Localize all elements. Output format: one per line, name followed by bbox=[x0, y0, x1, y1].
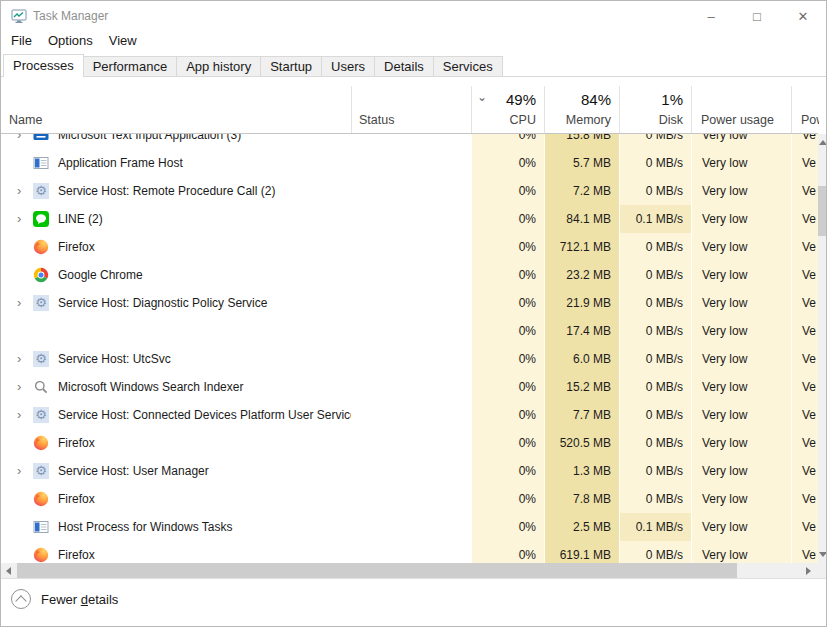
gear-icon: ⚙ bbox=[33, 407, 49, 423]
disk-cell: 0.1 MB/s bbox=[619, 205, 691, 233]
status-cell bbox=[351, 261, 471, 289]
horizontal-scrollbar[interactable] bbox=[1, 563, 818, 578]
cpu-cell: 0% bbox=[471, 261, 544, 289]
memory-cell: 6.0 MB bbox=[544, 345, 619, 373]
expand-chevron-icon[interactable]: › bbox=[17, 457, 33, 485]
cpu-cell: 0% bbox=[471, 485, 544, 513]
process-name-cell: Firefox bbox=[1, 233, 351, 261]
tab-users[interactable]: Users bbox=[322, 56, 375, 77]
process-row[interactable]: ›Microsoft Text Input Application (3)0%1… bbox=[1, 134, 818, 149]
tab-performance[interactable]: Performance bbox=[84, 56, 177, 77]
expand-chevron-icon[interactable]: › bbox=[17, 134, 33, 149]
tab-processes[interactable]: Processes bbox=[3, 54, 84, 77]
tab-app-history[interactable]: App history bbox=[177, 56, 261, 77]
vertical-scrollbar[interactable] bbox=[818, 134, 827, 563]
scroll-up-arrow-icon[interactable] bbox=[818, 134, 827, 151]
process-row[interactable]: 0%17.4 MB0 MB/sVery lowVe bbox=[1, 317, 818, 345]
power-usage-trend-cell: Ve bbox=[791, 513, 818, 541]
maximize-button[interactable]: □ bbox=[734, 1, 780, 31]
power-usage-cell: Very low bbox=[691, 289, 791, 317]
menu-file[interactable]: File bbox=[3, 31, 40, 50]
process-row[interactable]: ›Microsoft Windows Search Indexer0%15.2 … bbox=[1, 373, 818, 401]
expand-chevron-icon[interactable]: › bbox=[17, 345, 33, 373]
power-usage-trend-cell: Ve bbox=[791, 149, 818, 177]
column-header-cpu[interactable]: 49% CPU bbox=[471, 84, 544, 133]
column-header-memory[interactable]: 84% Memory bbox=[544, 84, 619, 133]
process-name: Microsoft Windows Search Indexer bbox=[58, 380, 243, 394]
process-row[interactable]: ›⚙Service Host: Connected Devices Platfo… bbox=[1, 401, 818, 429]
gear-icon: ⚙ bbox=[33, 295, 49, 311]
vertical-scrollbar-thumb[interactable] bbox=[818, 186, 827, 236]
disk-cell: 0 MB/s bbox=[619, 134, 691, 149]
power-usage-trend-cell: Ve bbox=[791, 233, 818, 261]
column-header-power-usage-trend[interactable]: Powe bbox=[791, 84, 819, 133]
power-usage-cell: Very low bbox=[691, 177, 791, 205]
process-row[interactable]: Google Chrome0%23.2 MB0 MB/sVery lowVe bbox=[1, 261, 818, 289]
menu-view[interactable]: View bbox=[101, 31, 145, 50]
process-row[interactable]: Application Frame Host0%5.7 MB0 MB/sVery… bbox=[1, 149, 818, 177]
power-usage-trend-label: Powe bbox=[801, 113, 819, 127]
process-row[interactable]: ›⚙Service Host: Diagnostic Policy Servic… bbox=[1, 289, 818, 317]
minimize-button[interactable]: – bbox=[688, 1, 734, 31]
scroll-right-arrow-icon[interactable] bbox=[801, 563, 816, 578]
status-cell bbox=[351, 541, 471, 563]
expand-chevron-icon[interactable]: › bbox=[17, 373, 33, 401]
column-header-row: Name Status ⌄ 49% CPU 84% Memory 1% Disk… bbox=[1, 84, 818, 134]
power-usage-cell: Very low bbox=[691, 373, 791, 401]
memory-cell: 21.9 MB bbox=[544, 289, 619, 317]
cpu-total-percent: 49% bbox=[506, 91, 536, 108]
scroll-left-arrow-icon[interactable] bbox=[1, 563, 16, 578]
gear-icon: ⚙ bbox=[33, 351, 49, 367]
status-cell bbox=[351, 513, 471, 541]
cpu-cell: 0% bbox=[471, 177, 544, 205]
scroll-down-arrow-icon[interactable] bbox=[818, 546, 827, 563]
process-name-cell: Google Chrome bbox=[1, 261, 351, 289]
column-header-name[interactable]: Name bbox=[9, 113, 42, 127]
fewer-details-toggle[interactable]: Fewer details bbox=[11, 586, 118, 612]
status-cell bbox=[351, 177, 471, 205]
tab-services[interactable]: Services bbox=[434, 56, 503, 77]
column-header-disk[interactable]: 1% Disk bbox=[619, 84, 691, 133]
power-usage-cell: Very low bbox=[691, 233, 791, 261]
disk-cell: 0 MB/s bbox=[619, 401, 691, 429]
cpu-cell: 0% bbox=[471, 317, 544, 345]
power-usage-trend-cell: Ve bbox=[791, 289, 818, 317]
status-cell bbox=[351, 149, 471, 177]
disk-cell: 0 MB/s bbox=[619, 149, 691, 177]
expand-chevron-icon[interactable]: › bbox=[17, 205, 33, 233]
column-header-power-usage[interactable]: Power usage bbox=[691, 84, 791, 133]
process-row[interactable]: Host Process for Windows Tasks0%2.5 MB0.… bbox=[1, 513, 818, 541]
menu-options[interactable]: Options bbox=[40, 31, 101, 50]
power-usage-cell: Very low bbox=[691, 317, 791, 345]
tab-details[interactable]: Details bbox=[375, 56, 434, 77]
process-row[interactable]: Firefox0%520.5 MB0 MB/sVery lowVe bbox=[1, 429, 818, 457]
close-button[interactable]: ✕ bbox=[780, 1, 826, 31]
column-header-status[interactable]: Status bbox=[359, 113, 394, 127]
disk-cell: 0 MB/s bbox=[619, 233, 691, 261]
process-row[interactable]: Firefox0%7.8 MB0 MB/sVery lowVe bbox=[1, 485, 818, 513]
chrome-icon bbox=[33, 267, 49, 283]
process-name-cell: Application Frame Host bbox=[1, 149, 351, 177]
process-row[interactable]: ›⚙Service Host: Remote Procedure Call (2… bbox=[1, 177, 818, 205]
process-row[interactable]: ›⚙Service Host: User Manager0%1.3 MB0 MB… bbox=[1, 457, 818, 485]
memory-cell: 520.5 MB bbox=[544, 429, 619, 457]
expand-chevron-icon[interactable]: › bbox=[17, 177, 33, 205]
expand-chevron-icon[interactable]: › bbox=[17, 401, 33, 429]
process-name: Firefox bbox=[58, 492, 95, 506]
memory-cell: 15.2 MB bbox=[544, 373, 619, 401]
power-usage-cell: Very low bbox=[691, 134, 791, 149]
process-row[interactable]: ›LINE (2)0%84.1 MB0.1 MB/sVery lowVe bbox=[1, 205, 818, 233]
power-usage-trend-cell: Ve bbox=[791, 429, 818, 457]
expand-chevron-icon[interactable]: › bbox=[17, 289, 33, 317]
disk-label: Disk bbox=[659, 113, 683, 127]
keyboard-icon bbox=[33, 134, 49, 143]
disk-cell: 0.1 MB/s bbox=[619, 513, 691, 541]
process-row[interactable]: ›⚙Service Host: UtcSvc0%6.0 MB0 MB/sVery… bbox=[1, 345, 818, 373]
tab-startup[interactable]: Startup bbox=[261, 56, 322, 77]
disk-cell: 0 MB/s bbox=[619, 485, 691, 513]
horizontal-scrollbar-thumb[interactable] bbox=[17, 563, 737, 578]
process-name-cell: Firefox bbox=[1, 541, 351, 563]
process-row[interactable]: Firefox0%712.1 MB0 MB/sVery lowVe bbox=[1, 233, 818, 261]
process-row[interactable]: Firefox0%619.1 MB0 MB/sVery lowVe bbox=[1, 541, 818, 563]
memory-cell: 2.5 MB bbox=[544, 513, 619, 541]
